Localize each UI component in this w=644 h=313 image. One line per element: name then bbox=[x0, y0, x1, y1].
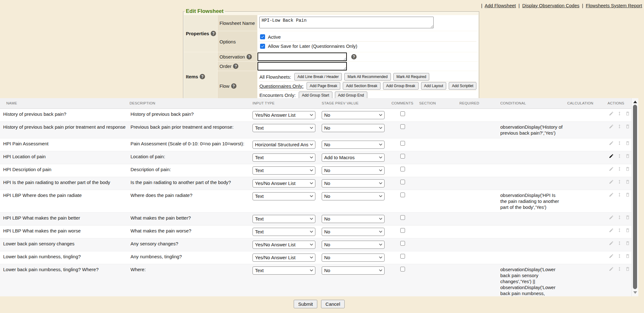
move-icon[interactable] bbox=[617, 124, 622, 129]
flow-action-button[interactable]: Mark All Recommended bbox=[344, 73, 391, 81]
move-icon[interactable] bbox=[617, 215, 622, 220]
flow-action-button[interactable]: Add Layout bbox=[421, 82, 447, 90]
comments-checkbox[interactable] bbox=[400, 241, 405, 246]
edit-icon[interactable] bbox=[609, 111, 614, 116]
move-icon[interactable] bbox=[617, 179, 622, 184]
checked-checkbox-icon[interactable] bbox=[260, 34, 265, 39]
delete-icon[interactable] bbox=[625, 141, 630, 146]
help-icon[interactable]: ? bbox=[231, 83, 236, 89]
move-icon[interactable] bbox=[617, 154, 622, 159]
move-icon[interactable] bbox=[617, 192, 622, 197]
input-type-select[interactable]: Text bbox=[253, 154, 315, 162]
flow-action-button[interactable]: Add Group Start bbox=[299, 92, 332, 99]
edit-icon[interactable] bbox=[609, 241, 614, 246]
edit-icon[interactable] bbox=[609, 141, 614, 146]
comments-checkbox[interactable] bbox=[400, 141, 405, 146]
delete-icon[interactable] bbox=[625, 254, 630, 259]
stage-prev-value-select[interactable]: Add to Macros bbox=[322, 154, 385, 162]
scrollbar-thumb[interactable] bbox=[633, 105, 637, 289]
delete-icon[interactable] bbox=[625, 215, 630, 220]
delete-icon[interactable] bbox=[625, 166, 630, 171]
flow-action-button[interactable]: Add Group End bbox=[335, 92, 367, 99]
vertical-scrollbar[interactable] bbox=[631, 98, 638, 296]
scrollbar-down-arrow-icon[interactable] bbox=[633, 291, 637, 294]
nav-link-flowsheets-system-report[interactable]: Flowsheets System Report bbox=[586, 3, 642, 8]
checked-checkbox-icon[interactable] bbox=[260, 44, 265, 49]
comments-checkbox[interactable] bbox=[400, 254, 405, 259]
comments-checkbox[interactable] bbox=[400, 215, 405, 220]
edit-icon[interactable] bbox=[609, 179, 614, 184]
move-icon[interactable] bbox=[617, 241, 622, 246]
input-type-select[interactable]: Text bbox=[253, 192, 315, 200]
delete-icon[interactable] bbox=[625, 179, 630, 184]
stage-prev-value-select[interactable]: No bbox=[322, 228, 385, 236]
delete-icon[interactable] bbox=[625, 124, 630, 129]
input-type-select[interactable]: Text bbox=[253, 124, 315, 132]
edit-icon[interactable] bbox=[609, 254, 614, 259]
edit-icon[interactable] bbox=[609, 228, 614, 233]
help-icon[interactable]: ? bbox=[200, 74, 205, 79]
input-type-select[interactable]: Yes/No Answer List bbox=[253, 179, 315, 187]
stage-prev-value-select[interactable]: No bbox=[322, 111, 385, 119]
help-icon[interactable]: ? bbox=[351, 54, 357, 59]
delete-icon[interactable] bbox=[625, 111, 630, 116]
comments-checkbox[interactable] bbox=[400, 193, 405, 197]
nav-link-display-observation-codes[interactable]: Display Observation Codes bbox=[522, 3, 580, 8]
comments-checkbox[interactable] bbox=[400, 180, 405, 184]
input-type-select[interactable]: Text bbox=[253, 215, 315, 223]
input-type-select[interactable]: Text bbox=[253, 266, 315, 275]
flow-action-button[interactable]: Add Group Break bbox=[383, 82, 419, 90]
help-icon[interactable]: ? bbox=[247, 54, 252, 59]
stage-prev-value-select[interactable]: No bbox=[322, 124, 385, 132]
delete-icon[interactable] bbox=[625, 266, 630, 271]
edit-icon[interactable] bbox=[609, 166, 614, 171]
flowsheet-name-input[interactable]: HPI-Low Back Pain bbox=[259, 17, 434, 28]
stage-prev-value-select[interactable]: No bbox=[322, 215, 385, 223]
help-icon[interactable]: ? bbox=[233, 64, 238, 69]
move-icon[interactable] bbox=[617, 111, 622, 116]
input-type-select[interactable]: Yes/No Answer List bbox=[253, 111, 315, 119]
stage-prev-value-select[interactable]: No bbox=[322, 179, 385, 187]
comments-checkbox[interactable] bbox=[400, 167, 405, 171]
flow-action-button[interactable]: Add Scriptlet bbox=[449, 82, 476, 90]
edit-icon[interactable] bbox=[609, 215, 614, 220]
order-input[interactable] bbox=[258, 62, 347, 70]
input-type-select[interactable]: Yes/No Answer List bbox=[253, 254, 315, 262]
comments-checkbox[interactable] bbox=[400, 111, 405, 116]
delete-icon[interactable] bbox=[625, 241, 630, 246]
submit-button[interactable]: Submit bbox=[294, 300, 317, 308]
input-type-select[interactable]: Text bbox=[253, 166, 315, 175]
flow-action-button[interactable]: Add Page Break bbox=[307, 82, 340, 90]
move-icon[interactable] bbox=[617, 141, 622, 146]
scrollbar-up-arrow-icon[interactable] bbox=[633, 101, 637, 103]
help-icon[interactable]: ? bbox=[211, 31, 216, 36]
stage-prev-value-select[interactable]: No bbox=[322, 241, 385, 249]
edit-icon[interactable] bbox=[609, 192, 614, 197]
nav-link-add-flowsheet[interactable]: Add Flowsheet bbox=[485, 3, 516, 8]
stage-prev-value-select[interactable]: No bbox=[322, 254, 385, 262]
edit-icon[interactable] bbox=[609, 154, 614, 159]
comments-checkbox[interactable] bbox=[400, 154, 405, 159]
comments-checkbox[interactable] bbox=[400, 124, 405, 129]
move-icon[interactable] bbox=[617, 166, 622, 171]
delete-icon[interactable] bbox=[625, 228, 630, 233]
flow-action-button[interactable]: Mark All Required bbox=[393, 73, 430, 81]
edit-icon[interactable] bbox=[609, 124, 614, 129]
stage-prev-value-select[interactable]: No bbox=[322, 166, 385, 175]
edit-icon[interactable] bbox=[609, 266, 614, 271]
stage-prev-value-select[interactable]: No bbox=[322, 266, 385, 275]
flow-action-button[interactable]: Add Line Break / Header bbox=[294, 73, 342, 81]
comments-checkbox[interactable] bbox=[400, 228, 405, 233]
comments-checkbox[interactable] bbox=[400, 267, 405, 271]
observation-input[interactable] bbox=[258, 53, 347, 61]
input-type-select[interactable]: Text bbox=[253, 228, 315, 236]
move-icon[interactable] bbox=[617, 266, 622, 271]
cancel-button[interactable]: Cancel bbox=[321, 300, 345, 308]
move-icon[interactable] bbox=[617, 228, 622, 233]
delete-icon[interactable] bbox=[625, 154, 630, 159]
move-icon[interactable] bbox=[617, 254, 622, 259]
stage-prev-value-select[interactable]: No bbox=[322, 192, 385, 200]
input-type-select[interactable]: Yes/No Answer List bbox=[253, 241, 315, 249]
flow-action-button[interactable]: Add Section Break bbox=[343, 82, 380, 90]
delete-icon[interactable] bbox=[625, 192, 630, 197]
